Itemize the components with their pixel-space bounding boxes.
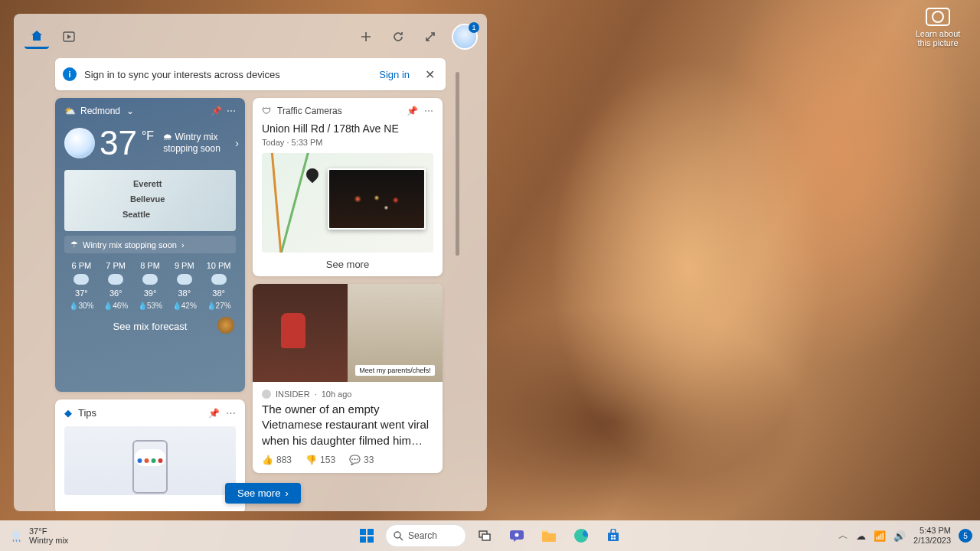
- camera-icon: [926, 8, 950, 26]
- tray-onedrive-icon[interactable]: ☁: [856, 530, 866, 542]
- svg-rect-8: [482, 534, 490, 540]
- signin-message: Sign in to sync your interests across de…: [84, 69, 371, 80]
- svg-rect-11: [608, 533, 619, 541]
- chevron-right-icon[interactable]: ›: [235, 137, 239, 149]
- tips-icon: ◆: [64, 407, 72, 419]
- taskbar-weather-cond: Wintry mix: [29, 536, 68, 545]
- svg-rect-3: [368, 529, 374, 535]
- taskbar-clock[interactable]: 5:43 PM 2/13/2023: [913, 526, 951, 545]
- map-city-label: Everett: [133, 179, 162, 188]
- precip-icon: [142, 274, 158, 285]
- news-headline[interactable]: The owner of an empty Vietnamese restaur…: [253, 402, 443, 448]
- taskbar-date: 2/13/2023: [913, 536, 951, 546]
- weather-unit: °F: [142, 129, 154, 143]
- news-image: Meet my parents/chefs!: [253, 284, 443, 382]
- weather-hourly: 6 PM37°💧30% 7 PM36°💧46% 8 PM39°💧53% 9 PM…: [64, 261, 236, 310]
- svg-rect-15: [614, 538, 616, 540]
- weather-hour[interactable]: 6 PM37°💧30%: [64, 261, 99, 310]
- store-icon: [606, 529, 620, 543]
- pin-icon[interactable]: 📌: [407, 106, 418, 116]
- weather-provider-icon: ⛅: [64, 106, 76, 116]
- news-card[interactable]: Meet my parents/chefs! INSIDER · 10h ago…: [253, 284, 443, 473]
- news-image-caption: Meet my parents/chefs!: [355, 365, 435, 376]
- add-widget-button[interactable]: [354, 24, 378, 49]
- see-more-button[interactable]: See more ›: [225, 483, 301, 504]
- chevron-right-icon: ›: [181, 240, 185, 249]
- svg-point-1: [12, 531, 20, 539]
- traffic-see-more[interactable]: See more: [262, 259, 433, 270]
- news-like[interactable]: 👍883: [262, 455, 292, 465]
- weather-map[interactable]: Everett Bellevue Seattle: [64, 170, 236, 231]
- pin-icon[interactable]: 📌: [208, 408, 220, 419]
- chevron-down-icon[interactable]: ⌄: [126, 106, 134, 116]
- weather-alert-text: Wintry mix stopping soon: [83, 240, 177, 249]
- weather-icon: [9, 529, 23, 543]
- weather-card[interactable]: ⛅ Redmond ⌄ 📌 ⋯ 37 °F 🌧 Wintry mix stopp…: [55, 98, 245, 392]
- taskbar-search[interactable]: Search: [385, 524, 466, 547]
- fullscreen-orb[interactable]: [217, 317, 234, 334]
- learn-about-picture[interactable]: Learn about this picture: [911, 8, 965, 47]
- edge-icon: [573, 528, 589, 543]
- pin-icon[interactable]: 📌: [211, 106, 222, 116]
- info-icon: i: [63, 67, 77, 81]
- tray-chevron-up-icon[interactable]: ︿: [838, 529, 848, 543]
- map-city-label: Bellevue: [130, 194, 165, 204]
- weather-hour[interactable]: 10 PM38°💧27%: [201, 261, 236, 310]
- avatar-badge: 1: [469, 22, 479, 33]
- taskbar-chat[interactable]: [503, 523, 531, 548]
- traffic-cam-name: Union Hill Rd / 178th Ave NE: [262, 122, 433, 135]
- news-age: 10h ago: [322, 390, 352, 399]
- traffic-cam-thumbnail[interactable]: [328, 168, 426, 230]
- more-icon[interactable]: ⋯: [424, 106, 433, 116]
- weather-hour[interactable]: 9 PM38°💧42%: [167, 261, 201, 310]
- start-button[interactable]: [353, 523, 381, 548]
- news-comments[interactable]: 💬33: [349, 455, 374, 465]
- taskbar-store[interactable]: [599, 523, 627, 548]
- plus-icon: [360, 31, 372, 43]
- widgets-watch-tab[interactable]: [57, 24, 81, 49]
- widgets-scrollbar[interactable]: [456, 72, 459, 256]
- widgets-panel: 1 i Sign in to sync your interests acros…: [14, 14, 487, 511]
- traffic-card[interactable]: 🛡 Traffic Cameras 📌 ⋯ Union Hill Rd / 17…: [253, 98, 443, 276]
- weather-footer-link[interactable]: See mix forecast: [64, 321, 236, 332]
- chevron-right-icon: ›: [285, 487, 288, 499]
- learn-label: Learn about this picture: [911, 29, 965, 47]
- search-icon: [394, 531, 403, 541]
- taskbar: 37°F Wintry mix Search ︿ ☁ 📶 🔊: [0, 520, 980, 551]
- expand-button[interactable]: [418, 24, 443, 49]
- svg-point-6: [394, 532, 400, 538]
- taskbar-edge[interactable]: [567, 523, 595, 548]
- widgets-header: 1: [20, 20, 481, 54]
- taskbar-explorer[interactable]: [535, 523, 563, 548]
- more-icon[interactable]: ⋯: [226, 407, 236, 419]
- more-icon[interactable]: ⋯: [227, 106, 236, 116]
- tray-wifi-icon[interactable]: 📶: [874, 530, 886, 542]
- weather-hour[interactable]: 7 PM36°💧46%: [99, 261, 133, 310]
- task-view-button[interactable]: [471, 523, 498, 548]
- profile-avatar[interactable]: 1: [453, 25, 476, 48]
- svg-rect-4: [360, 536, 366, 543]
- signin-close[interactable]: ✕: [422, 64, 438, 85]
- news-dislike[interactable]: 👎153: [305, 455, 335, 465]
- taskbar-weather[interactable]: 37°F Wintry mix: [0, 527, 68, 545]
- widgets-home-tab[interactable]: [24, 24, 49, 49]
- traffic-cam-time: Today · 5:33 PM: [262, 138, 433, 147]
- refresh-button[interactable]: [386, 24, 410, 49]
- signin-link[interactable]: Sign in: [379, 69, 410, 80]
- thumbs-up-icon: 👍: [262, 455, 273, 465]
- svg-rect-13: [614, 535, 616, 537]
- svg-rect-2: [360, 529, 366, 535]
- taskbar-notifications[interactable]: 5: [959, 529, 972, 543]
- play-rect-icon: [63, 31, 75, 43]
- tray-volume-icon[interactable]: 🔊: [893, 530, 906, 542]
- tips-card[interactable]: ◆ Tips 📌 ⋯: [55, 399, 245, 511]
- weather-hour[interactable]: 8 PM39°💧53%: [133, 261, 168, 310]
- weather-condition-icon: [64, 128, 95, 158]
- taskbar-weather-temp: 37°F: [29, 527, 68, 536]
- svg-rect-12: [611, 535, 613, 537]
- weather-alert[interactable]: ☂ Wintry mix stopping soon ›: [64, 236, 236, 253]
- tips-title: Tips: [78, 407, 96, 419]
- taskbar-center: Search: [353, 523, 627, 548]
- windows-icon: [359, 528, 374, 543]
- traffic-map[interactable]: [262, 153, 433, 253]
